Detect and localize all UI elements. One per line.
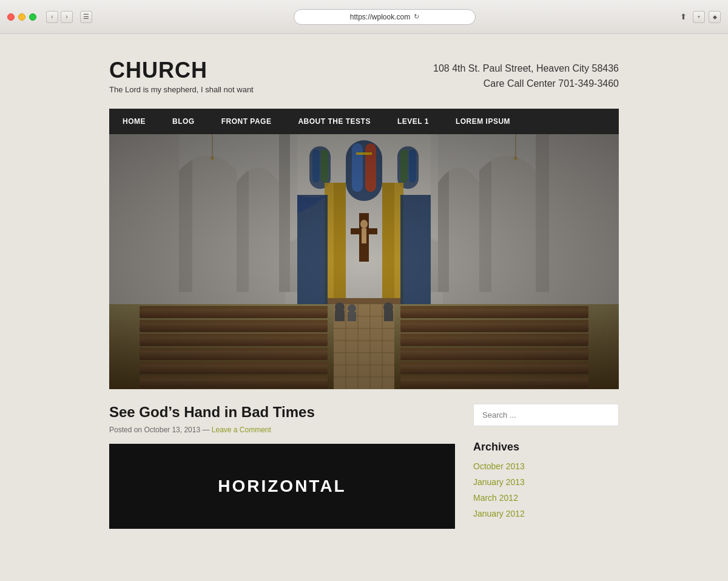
sidebar: Archives October 2013 January 2013 March… bbox=[473, 404, 619, 529]
archive-link-jan2012[interactable]: January 2012 bbox=[473, 509, 525, 518]
site-title: CHURCH bbox=[109, 58, 254, 83]
archive-link-mar2012[interactable]: March 2012 bbox=[473, 493, 518, 503]
svg-rect-79 bbox=[109, 134, 619, 389]
nav-link-front-page[interactable]: FRONT PAGE bbox=[208, 109, 285, 134]
back-button[interactable]: ‹ bbox=[46, 11, 58, 23]
new-tab-button[interactable]: + bbox=[693, 11, 705, 23]
comment-link[interactable]: Leave a Comment bbox=[212, 426, 271, 434]
close-button[interactable] bbox=[7, 13, 15, 21]
page-wrapper: CHURCH The Lord is my shepherd, I shall … bbox=[0, 34, 728, 541]
list-item: January 2012 bbox=[473, 508, 619, 519]
post-thumbnail: HORIZONTAL bbox=[109, 444, 455, 529]
post-title: See God’s Hand in Bad Times bbox=[109, 404, 455, 421]
sidebar-toggle-button[interactable]: ◆ bbox=[709, 11, 721, 23]
traffic-lights bbox=[7, 13, 36, 21]
reader-view-button[interactable]: ☰ bbox=[80, 11, 92, 23]
archive-link-jan2013[interactable]: January 2013 bbox=[473, 477, 525, 487]
nav-menu: HOME BLOG FRONT PAGE ABOUT THE TESTS LEV… bbox=[109, 109, 619, 134]
nav-link-about[interactable]: ABOUT THE TESTS bbox=[285, 109, 384, 134]
content-area: See God’s Hand in Bad Times Posted on Oc… bbox=[109, 389, 619, 529]
site-contact: 108 4th St. Paul Street, Heaven City 584… bbox=[433, 61, 619, 92]
hero-image bbox=[109, 134, 619, 389]
browser-actions: ⬆ + ◆ bbox=[677, 11, 721, 23]
archive-link-oct2013[interactable]: October 2013 bbox=[473, 461, 525, 471]
site-branding: CHURCH The Lord is my shepherd, I shall … bbox=[109, 58, 254, 94]
post-meta: Posted on October 13, 2013 — Leave a Com… bbox=[109, 426, 455, 434]
nav-link-level1[interactable]: LEVEL 1 bbox=[384, 109, 442, 134]
nav-item-level1[interactable]: LEVEL 1 bbox=[384, 109, 442, 134]
post-meta-prefix: Posted on bbox=[109, 426, 142, 434]
nav-link-lorem[interactable]: LOREM IPSUM bbox=[442, 109, 524, 134]
nav-item-front-page[interactable]: FRONT PAGE bbox=[208, 109, 285, 134]
post-meta-sep: — bbox=[202, 426, 211, 434]
list-item: October 2013 bbox=[473, 461, 619, 472]
minimize-button[interactable] bbox=[18, 13, 25, 21]
maximize-button[interactable] bbox=[29, 13, 36, 21]
site-nav: HOME BLOG FRONT PAGE ABOUT THE TESTS LEV… bbox=[109, 109, 619, 134]
site-header: CHURCH The Lord is my shepherd, I shall … bbox=[109, 46, 619, 109]
site-container: CHURCH The Lord is my shepherd, I shall … bbox=[109, 46, 619, 529]
nav-item-lorem[interactable]: LOREM IPSUM bbox=[442, 109, 524, 134]
browser-chrome: ‹ › ☰ https://wplook.com ↻ ⬆ + ◆ bbox=[0, 0, 728, 34]
nav-buttons: ‹ › bbox=[46, 11, 73, 23]
nav-item-blog[interactable]: BLOG bbox=[159, 109, 208, 134]
nav-link-home[interactable]: HOME bbox=[109, 109, 159, 134]
forward-button[interactable]: › bbox=[61, 11, 73, 23]
list-item: March 2012 bbox=[473, 492, 619, 503]
archives-title: Archives bbox=[473, 441, 619, 454]
nav-item-home[interactable]: HOME bbox=[109, 109, 159, 134]
address-bar-container: https://wplook.com ↻ bbox=[97, 9, 672, 25]
site-tagline: The Lord is my shepherd, I shall not wan… bbox=[109, 85, 254, 94]
archives-list: October 2013 January 2013 March 2012 Jan… bbox=[473, 461, 619, 519]
address-bar[interactable]: https://wplook.com ↻ bbox=[294, 9, 476, 25]
nav-link-blog[interactable]: BLOG bbox=[159, 109, 208, 134]
share-button[interactable]: ⬆ bbox=[677, 11, 689, 23]
nav-item-about[interactable]: ABOUT THE TESTS bbox=[285, 109, 384, 134]
address-line2: Care Call Center 701-349-3460 bbox=[433, 76, 619, 92]
main-content: See God’s Hand in Bad Times Posted on Oc… bbox=[109, 404, 455, 529]
list-item: January 2013 bbox=[473, 477, 619, 488]
church-interior-svg bbox=[109, 134, 619, 389]
address-line1: 108 4th St. Paul Street, Heaven City 584… bbox=[433, 61, 619, 76]
search-input[interactable] bbox=[473, 404, 619, 426]
url-text: https://wplook.com bbox=[350, 13, 410, 21]
thumbnail-label: HORIZONTAL bbox=[218, 477, 346, 496]
post-date: October 13, 2013 bbox=[144, 426, 200, 434]
refresh-icon[interactable]: ↻ bbox=[414, 13, 419, 21]
